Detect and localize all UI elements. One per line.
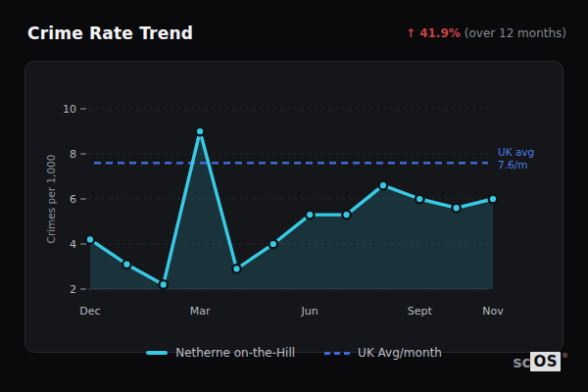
y-axis-title: Crimes per 1,000: [45, 155, 57, 244]
crime-trend-page: Crime Rate Trend ↑ 41.9% (over 12 months…: [0, 0, 588, 392]
y-tick-label: 6: [70, 193, 76, 206]
data-point: [122, 260, 131, 269]
legend-item-netherne[interactable]: Netherne on-the-Hill: [146, 346, 295, 360]
data-point: [196, 127, 205, 136]
data-point: [86, 235, 95, 244]
uk-avg-annotation-line1: UK avg: [498, 146, 534, 159]
scos-logo-prefix: sc: [514, 352, 531, 371]
y-tick-label: 2: [70, 283, 76, 296]
solid-line-swatch-icon: [146, 351, 168, 355]
scos-logo: scOS®: [514, 352, 568, 371]
x-tick-label: Mar: [190, 305, 211, 318]
scos-logo-box: OS: [530, 352, 561, 371]
data-point: [306, 211, 315, 220]
uk-avg-annotation: UK avg 7.6/m: [498, 146, 534, 172]
data-point: [379, 181, 388, 190]
x-tick-label: Dec: [79, 305, 100, 318]
trend-stat-caption: (over 12 months): [465, 26, 566, 40]
chart-legend: Netherne on-the-Hill UK Avg/month: [0, 346, 588, 360]
y-tick-label: 4: [70, 238, 76, 251]
trend-stat: ↑ 41.9% (over 12 months): [406, 26, 566, 40]
data-point: [342, 211, 351, 220]
crime-line-chart: 246810DecMarJunSeptNovCrimes per 1,000: [25, 62, 563, 352]
data-point: [232, 265, 241, 273]
data-point: [270, 240, 278, 249]
x-tick-label: Sept: [408, 305, 433, 318]
y-tick-label: 8: [70, 148, 76, 161]
y-tick-label: 10: [63, 103, 76, 116]
x-tick-label: Jun: [301, 305, 318, 318]
data-point: [452, 204, 461, 213]
chart-card: 246810DecMarJunSeptNovCrimes per 1,000 U…: [24, 61, 564, 353]
series-area: [90, 131, 493, 289]
trend-up-arrow-icon: ↑: [406, 26, 416, 40]
page-title: Crime Rate Trend: [27, 24, 193, 43]
data-point: [489, 195, 498, 204]
trend-stat-value: 41.9%: [419, 26, 461, 40]
registered-trademark-icon: ®: [562, 352, 568, 360]
legend-item-uk-avg[interactable]: UK Avg/month: [324, 346, 442, 360]
data-point: [416, 195, 424, 204]
legend-label-netherne: Netherne on-the-Hill: [175, 346, 295, 360]
legend-label-uk-avg: UK Avg/month: [358, 346, 442, 360]
dashed-line-swatch-icon: [324, 352, 350, 355]
x-tick-label: Nov: [482, 305, 504, 318]
data-point: [159, 280, 168, 289]
uk-avg-annotation-line2: 7.6/m: [498, 159, 534, 172]
header: Crime Rate Trend ↑ 41.9% (over 12 months…: [27, 24, 566, 43]
